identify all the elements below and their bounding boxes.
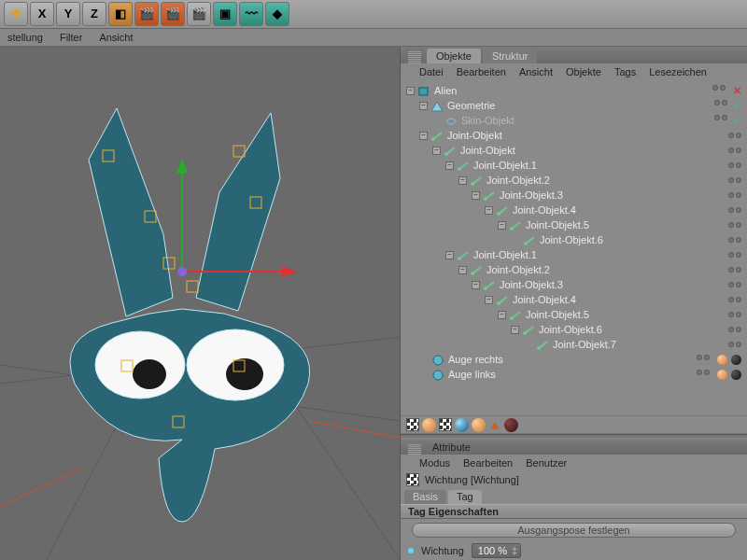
material-ball-1[interactable]: [422, 418, 436, 432]
menu-file[interactable]: Datei: [419, 66, 444, 77]
visibility-dots[interactable]: ✕: [712, 85, 741, 97]
visibility-dots[interactable]: [697, 370, 741, 380]
tree-row[interactable]: Auge rechts: [401, 352, 747, 367]
primitive-tool[interactable]: ▣: [213, 2, 237, 26]
checker-tag-icon[interactable]: [406, 418, 419, 431]
weight-tag-icon: [406, 473, 419, 486]
clapper1-tool[interactable]: 🎬: [134, 2, 159, 26]
checker-tag-icon-2[interactable]: [439, 418, 452, 431]
tab-objects[interactable]: Objekte: [427, 49, 481, 63]
visibility-dots[interactable]: [728, 297, 741, 302]
expand-toggle[interactable]: −: [419, 102, 428, 110]
tree-row[interactable]: −Joint-Objekt.1: [401, 247, 747, 262]
menu-objects[interactable]: Objekte: [566, 66, 601, 77]
spline-tool[interactable]: 〰: [239, 2, 263, 26]
visibility-dots[interactable]: [728, 177, 741, 183]
tree-row[interactable]: Skin-Objekt✓: [401, 113, 747, 128]
visibility-dots[interactable]: [728, 252, 741, 258]
axis-x-button[interactable]: X: [30, 2, 54, 26]
menu-view2[interactable]: Ansicht: [519, 66, 553, 77]
tree-row[interactable]: −Joint-Objekt.6: [401, 322, 747, 337]
material-ball-2[interactable]: [455, 418, 469, 432]
tree-row[interactable]: Joint-Objekt.6: [401, 232, 747, 247]
menu-bookmarks[interactable]: Lesezeichen: [649, 66, 707, 77]
visibility-dots[interactable]: [728, 207, 741, 213]
subtab-basis[interactable]: Basis: [404, 490, 446, 504]
tree-row[interactable]: −Joint-Objekt.4: [401, 292, 747, 307]
expand-toggle[interactable]: −: [498, 221, 506, 230]
tree-row[interactable]: Joint-Objekt.7: [401, 337, 747, 352]
tree-row[interactable]: −Joint-Objekt.5: [401, 217, 747, 232]
attr-grip-icon[interactable]: [408, 443, 421, 455]
svg-rect-20: [419, 88, 428, 95]
tab-structure[interactable]: Struktur: [483, 49, 538, 63]
tree-row[interactable]: −Joint-Objekt.2: [401, 262, 747, 277]
material-ball-4[interactable]: [504, 418, 518, 432]
svg-point-37: [524, 242, 528, 245]
menu-edit[interactable]: Bearbeiten: [457, 66, 506, 77]
menu-user[interactable]: Benutzer: [526, 457, 567, 469]
axis-z-button[interactable]: Z: [82, 2, 106, 26]
tree-row[interactable]: −Alien✕: [401, 83, 747, 98]
subtab-tag[interactable]: Tag: [448, 490, 482, 504]
clapper3-tool[interactable]: 🎬: [187, 2, 211, 26]
visibility-dots[interactable]: [728, 133, 741, 138]
triangle-icon[interactable]: ▲: [488, 417, 501, 432]
visibility-dots[interactable]: [728, 237, 741, 243]
tree-row[interactable]: −Joint-Objekt.3: [401, 277, 747, 292]
tree-row[interactable]: −Joint-Objekt.1: [401, 158, 747, 173]
viewport-menu: stellung Filter Ansicht: [0, 29, 747, 47]
visibility-dots[interactable]: [728, 222, 741, 228]
expand-toggle[interactable]: −: [472, 281, 480, 289]
tree-row[interactable]: −Joint-Objekt.3: [401, 188, 747, 203]
visibility-dots[interactable]: ✓: [714, 100, 741, 112]
set-bind-pose-button[interactable]: Ausgangspose festlegen: [412, 523, 736, 538]
surface-tool[interactable]: ◆: [265, 2, 289, 26]
expand-toggle[interactable]: −: [445, 161, 454, 170]
expand-toggle[interactable]: −: [445, 251, 454, 259]
tree-row[interactable]: −Geometrie✓: [401, 98, 747, 113]
expand-toggle[interactable]: −: [511, 326, 519, 334]
menu-projection[interactable]: stellung: [7, 32, 43, 43]
tree-row[interactable]: −Joint-Objekt.4: [401, 203, 747, 217]
visibility-dots[interactable]: [728, 147, 741, 153]
expand-toggle[interactable]: −: [458, 176, 467, 185]
tree-row[interactable]: −Joint-Objekt.2: [401, 173, 747, 188]
tree-row[interactable]: Auge links: [401, 367, 747, 382]
tree-row[interactable]: −Joint-Objekt: [401, 143, 747, 158]
visibility-dots[interactable]: [728, 267, 741, 273]
clapper2-tool[interactable]: 🎬: [161, 2, 185, 26]
tree-item-label: Joint-Objekt.4: [513, 294, 747, 305]
material-ball-3[interactable]: [472, 418, 486, 432]
tree-row[interactable]: −Joint-Objekt: [401, 128, 747, 143]
visibility-dots[interactable]: [728, 312, 741, 317]
cube-tool[interactable]: ◧: [108, 2, 133, 26]
visibility-dots[interactable]: [697, 355, 741, 365]
visibility-dots[interactable]: ✓: [714, 115, 741, 127]
hierarchy-tree[interactable]: −Alien✕−Geometrie✓Skin-Objekt✓−Joint-Obj…: [401, 80, 747, 415]
expand-toggle[interactable]: −: [458, 266, 467, 274]
menu-view[interactable]: Ansicht: [99, 32, 133, 43]
menu-tags[interactable]: Tags: [614, 66, 636, 77]
menu-filter[interactable]: Filter: [60, 32, 82, 43]
viewport-3d[interactable]: [0, 47, 400, 560]
menu-mode[interactable]: Modus: [419, 457, 450, 469]
visibility-dots[interactable]: [728, 282, 741, 287]
weight-value-input[interactable]: 100 %: [472, 543, 521, 558]
expand-toggle[interactable]: −: [419, 132, 428, 140]
tree-row[interactable]: −Joint-Objekt.5: [401, 307, 747, 322]
visibility-dots[interactable]: [728, 192, 741, 198]
visibility-dots[interactable]: [728, 342, 741, 347]
visibility-dots[interactable]: [728, 162, 741, 168]
expand-toggle[interactable]: −: [485, 296, 493, 304]
move-tool[interactable]: ✥: [4, 2, 28, 26]
expand-toggle[interactable]: −: [498, 311, 506, 319]
visibility-dots[interactable]: [728, 327, 741, 332]
axis-y-button[interactable]: Y: [56, 2, 80, 26]
expand-toggle[interactable]: −: [485, 206, 493, 215]
panel-grip-icon[interactable]: [408, 50, 421, 63]
menu-edit2[interactable]: Bearbeiten: [463, 457, 513, 469]
expand-toggle[interactable]: −: [432, 147, 441, 155]
expand-toggle[interactable]: −: [472, 191, 480, 200]
expand-toggle[interactable]: −: [406, 87, 415, 95]
